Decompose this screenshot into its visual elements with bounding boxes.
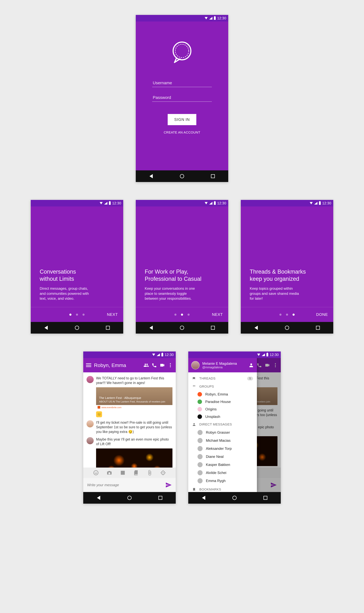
message-item: I'll get my ticket now!! Pre-sale is sti…	[87, 420, 172, 434]
back-button[interactable]	[43, 325, 49, 330]
username-input[interactable]	[152, 79, 212, 87]
dot-1[interactable]	[279, 313, 282, 316]
dot-2[interactable]	[76, 313, 78, 316]
wifi-icon	[257, 353, 260, 356]
recents-button[interactable]	[158, 495, 163, 500]
user-avatar[interactable]	[191, 361, 200, 369]
battery-icon	[319, 202, 321, 205]
link-card[interactable]: The Lantern Fest - Albuquerque ABOUT US …	[96, 387, 172, 409]
next-button[interactable]: NEXT	[212, 312, 223, 317]
item-label: Michael Macias	[206, 438, 231, 443]
back-button[interactable]	[201, 495, 206, 500]
emoji-icon[interactable]	[93, 470, 99, 476]
svg-point-6	[95, 472, 95, 473]
group-item[interactable]: Paradise House	[188, 398, 257, 405]
card-subtitle: ABOUT US At The Lantern Fest, thousands …	[99, 400, 169, 403]
navigation-drawer: Melanie E Magdalena @mmagdalena THREADS …	[188, 358, 257, 492]
image-icon[interactable]	[120, 470, 126, 476]
dot-3[interactable]	[82, 313, 85, 316]
home-button[interactable]	[179, 173, 185, 179]
dot-1[interactable]	[69, 313, 71, 316]
dot-3[interactable]	[293, 313, 295, 316]
avatar[interactable]	[87, 420, 94, 427]
profile-icon[interactable]	[248, 363, 254, 368]
signal-icon	[209, 17, 212, 20]
call-icon[interactable]	[152, 363, 157, 368]
home-button[interactable]	[284, 325, 290, 330]
chat-screen: 12:30 Robyn, Emma We TOTALLY need to go …	[83, 352, 176, 504]
status-time: 12:30	[322, 201, 331, 205]
dot-2[interactable]	[181, 313, 183, 316]
card-footer: www.eventbrite.com	[102, 406, 121, 409]
dm-item[interactable]: Alvilde Schei	[188, 469, 257, 477]
battery-icon	[214, 17, 216, 20]
person-icon	[192, 422, 196, 426]
menu-icon[interactable]	[86, 364, 91, 367]
section-bookmarks[interactable]: BOOKMARKS	[188, 485, 257, 492]
group-item[interactable]: Robyn, Emma	[188, 391, 257, 398]
video-icon[interactable]	[160, 363, 165, 368]
recents-button[interactable]	[263, 495, 268, 500]
location-icon[interactable]	[160, 470, 166, 476]
back-button[interactable]	[148, 173, 154, 179]
home-button[interactable]	[232, 495, 237, 500]
group-color-icon	[197, 392, 202, 397]
dm-item[interactable]: Kasper Bakken	[188, 461, 257, 469]
signal-icon	[157, 353, 160, 356]
send-icon[interactable]	[165, 482, 172, 488]
dm-item[interactable]: Diane Neal	[188, 453, 257, 461]
camera-icon[interactable]	[106, 470, 112, 476]
recents-button[interactable]	[210, 325, 216, 330]
dot-3[interactable]	[188, 313, 190, 316]
password-input[interactable]	[152, 94, 212, 102]
create-account-link[interactable]: CREATE AN ACCOUNT	[164, 130, 200, 134]
more-icon[interactable]	[168, 363, 173, 368]
gallery-icon[interactable]	[133, 470, 139, 476]
android-navbar	[241, 322, 333, 334]
status-time: 12:30	[217, 201, 226, 205]
status-bar: 12:30	[188, 352, 281, 358]
dm-item[interactable]: Emma Rygh	[188, 477, 257, 485]
svg-point-1	[175, 44, 189, 58]
android-navbar	[136, 170, 228, 182]
home-button[interactable]	[74, 325, 80, 330]
svg-point-5	[94, 470, 98, 475]
next-button[interactable]: NEXT	[107, 312, 118, 317]
home-button[interactable]	[179, 325, 185, 330]
back-button[interactable]	[96, 495, 101, 500]
avatar	[197, 430, 203, 435]
group-item[interactable]: Origins	[188, 405, 257, 413]
section-threads[interactable]: THREADS 5	[188, 375, 257, 382]
home-button[interactable]	[127, 495, 132, 500]
wifi-icon	[100, 202, 103, 204]
avatar[interactable]	[87, 437, 94, 444]
dm-item[interactable]: Aleksander Torp	[188, 444, 257, 453]
back-button[interactable]	[148, 325, 154, 330]
done-button[interactable]: DONE	[316, 312, 328, 317]
attach-icon[interactable]	[147, 470, 153, 476]
group-icon[interactable]	[143, 363, 149, 368]
message-list[interactable]: We TOTALLY need to go to Lantern Fest th…	[83, 372, 176, 468]
attachment-toolbar	[83, 468, 176, 478]
recents-button[interactable]	[210, 173, 216, 179]
item-label: Paradise House	[205, 400, 231, 404]
avatar	[197, 462, 203, 467]
message-input[interactable]	[87, 483, 162, 487]
photo-attachment[interactable]	[96, 448, 172, 468]
signal-icon	[314, 202, 317, 205]
item-label: Origins	[205, 407, 217, 411]
signin-button[interactable]: SIGN IN	[168, 114, 196, 125]
status-time: 12:30	[165, 353, 174, 357]
android-navbar	[136, 322, 228, 334]
dot-2[interactable]	[286, 313, 288, 316]
avatar[interactable]	[87, 376, 94, 383]
emoji-reaction[interactable]: 😊	[96, 411, 102, 417]
back-button[interactable]	[253, 325, 259, 330]
dm-item[interactable]: Michael Macias	[188, 437, 257, 444]
recents-button[interactable]	[315, 325, 321, 330]
group-item[interactable]: Unsplash	[188, 413, 257, 420]
recents-button[interactable]	[105, 325, 111, 330]
dot-1[interactable]	[174, 313, 176, 316]
dm-item[interactable]: Robyn Grasser	[188, 429, 257, 437]
status-bar: 12:30	[31, 200, 123, 207]
